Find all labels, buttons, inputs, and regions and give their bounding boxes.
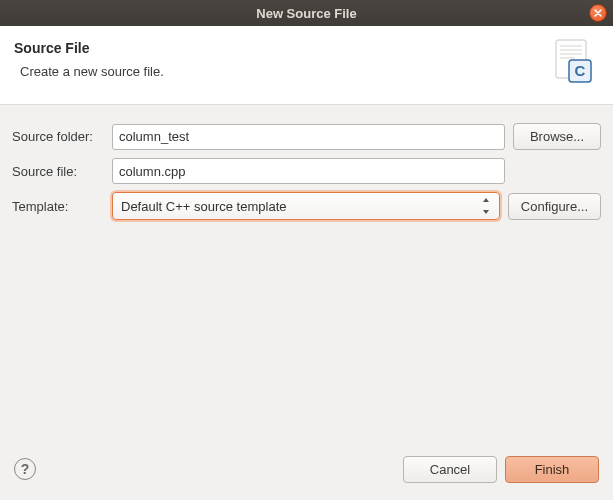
template-select-value: Default C++ source template [121,199,286,214]
source-folder-input[interactable] [112,124,505,150]
form-area: Source folder: Browse... Source file: Te… [0,105,613,240]
svg-text:C: C [575,62,586,79]
footer: ? Cancel Finish [0,448,613,500]
template-label: Template: [12,199,112,214]
page-title: Source File [14,40,543,56]
updown-icon [481,198,491,214]
window-title: New Source File [0,6,613,21]
c-file-icon: C [553,38,595,86]
source-folder-label: Source folder: [12,129,112,144]
row-source-file: Source file: [12,158,601,184]
browse-button[interactable]: Browse... [513,123,601,150]
close-button[interactable] [589,4,607,22]
finish-button[interactable]: Finish [505,456,599,483]
header-text: Source File Create a new source file. [14,40,543,79]
help-button[interactable]: ? [14,458,36,480]
cancel-button[interactable]: Cancel [403,456,497,483]
help-icon: ? [21,461,30,477]
titlebar: New Source File [0,0,613,26]
wizard-header: Source File Create a new source file. C [0,26,613,105]
source-file-label: Source file: [12,164,112,179]
page-subtitle: Create a new source file. [20,64,543,79]
template-select[interactable]: Default C++ source template [112,192,500,220]
close-icon [594,9,602,17]
source-file-input[interactable] [112,158,505,184]
row-source-folder: Source folder: Browse... [12,123,601,150]
configure-button[interactable]: Configure... [508,193,601,220]
row-template: Template: Default C++ source template Co… [12,192,601,220]
